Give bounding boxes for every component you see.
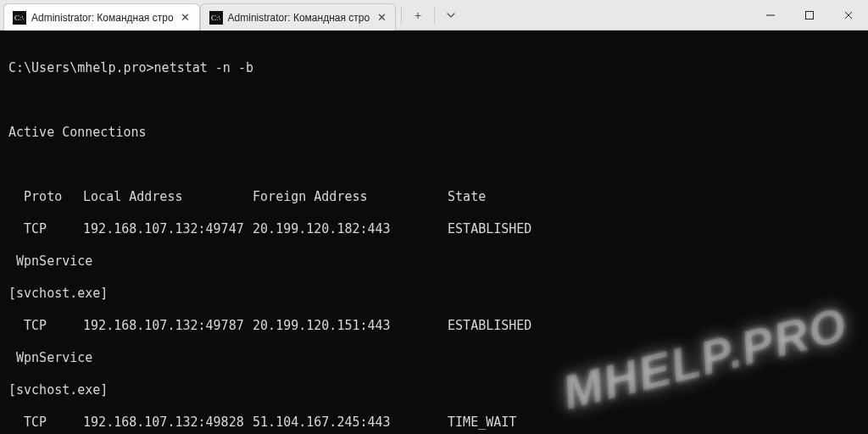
section-heading: Active Connections: [8, 125, 860, 141]
close-window-button[interactable]: [829, 0, 868, 30]
divider: [401, 7, 402, 24]
exe-line: [svchost.exe]: [8, 382, 860, 398]
col-local: Local Address: [83, 189, 253, 205]
prompt-path: C:\Users\mhelp.pro>: [8, 60, 154, 75]
col-foreign: Foreign Address: [253, 189, 448, 205]
cell-foreign: 51.104.167.245:443: [253, 415, 448, 431]
cell-foreign: 20.199.120.151:443: [253, 318, 448, 334]
tab-title: Administrator: Командная стро: [31, 12, 174, 24]
cell-proto: TCP: [24, 415, 83, 431]
connection-row: TCP192.168.107.132:4978720.199.120.151:4…: [8, 318, 860, 334]
tab-2[interactable]: C:\ Administrator: Командная стро ✕: [200, 3, 397, 31]
maximize-button[interactable]: [790, 0, 829, 30]
cell-foreign: 20.199.120.182:443: [253, 221, 448, 237]
cell-state: TIME_WAIT: [448, 415, 516, 431]
cell-local: 192.168.107.132:49747: [83, 221, 253, 237]
blank-line: [8, 157, 860, 173]
tab-actions: +: [396, 0, 464, 30]
cell-proto: TCP: [24, 318, 83, 334]
cmd-icon: C:\: [13, 11, 26, 25]
window-controls: [751, 0, 868, 30]
blank-line: [8, 92, 860, 108]
tab-strip: C:\ Administrator: Командная стро ✕ C:\ …: [0, 0, 396, 30]
tab-dropdown-button[interactable]: [438, 3, 464, 28]
svg-text:C:\: C:\: [211, 14, 221, 22]
service-line: WpnService: [8, 253, 860, 270]
terminal-window: C:\ Administrator: Командная стро ✕ C:\ …: [0, 0, 868, 434]
cell-local: 192.168.107.132:49828: [83, 415, 253, 431]
service-line: WpnService: [8, 350, 860, 366]
command-text: netstat -n -b: [154, 60, 253, 75]
exe-line: [svchost.exe]: [8, 286, 860, 302]
close-tab-icon[interactable]: ✕: [375, 11, 388, 25]
cell-state: ESTABLISHED: [448, 318, 531, 334]
cell-state: ESTABLISHED: [448, 221, 531, 237]
minimize-button[interactable]: [751, 0, 790, 30]
terminal-pane[interactable]: C:\Users\mhelp.pro>netstat -n -b Active …: [0, 31, 868, 434]
col-state: State: [448, 189, 486, 205]
prompt-line: C:\Users\mhelp.pro>netstat -n -b: [8, 60, 860, 76]
columns-header: ProtoLocal AddressForeign AddressState: [8, 189, 860, 205]
cell-proto: TCP: [24, 221, 83, 237]
tab-title: Administrator: Командная стро: [228, 12, 370, 24]
titlebar: C:\ Administrator: Командная стро ✕ C:\ …: [0, 0, 868, 31]
svg-text:C:\: C:\: [14, 14, 25, 22]
connection-row: TCP192.168.107.132:4982851.104.167.245:4…: [8, 415, 860, 431]
connection-row: TCP192.168.107.132:4974720.199.120.182:4…: [8, 221, 860, 237]
new-tab-button[interactable]: +: [405, 3, 431, 28]
titlebar-drag-area[interactable]: [464, 0, 751, 30]
cmd-icon: C:\: [209, 11, 223, 25]
divider: [434, 7, 435, 24]
cell-local: 192.168.107.132:49787: [83, 318, 253, 334]
tab-1[interactable]: C:\ Administrator: Командная стро ✕: [3, 3, 200, 31]
svg-rect-5: [806, 11, 814, 19]
close-tab-icon[interactable]: ✕: [179, 11, 192, 25]
col-proto: Proto: [24, 189, 83, 205]
